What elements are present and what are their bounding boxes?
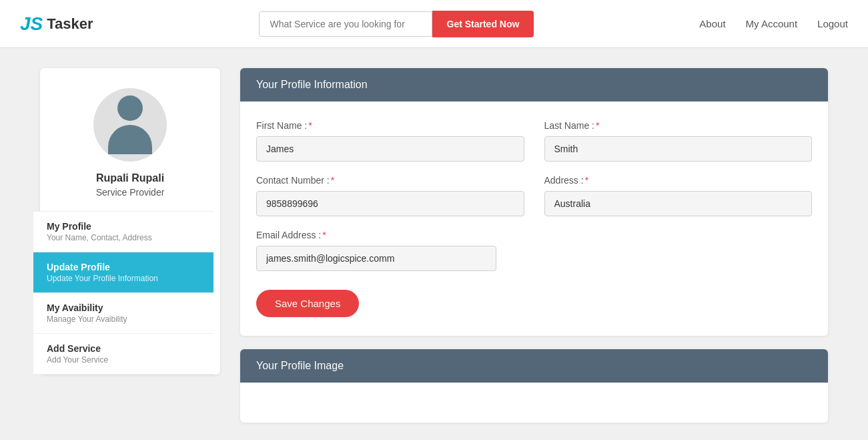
content-area: Your Profile Information First Name :* L… <box>240 68 828 423</box>
profile-image-header: Your Profile Image <box>240 349 828 383</box>
menu-title: My Profile <box>47 221 200 232</box>
logo-icon: JS <box>20 13 43 35</box>
profile-card: Rupali Rupali Service Provider My Profil… <box>40 68 220 375</box>
menu-sub: Manage Your Avaibility <box>47 314 200 324</box>
profile-image-body <box>240 383 828 423</box>
sidebar-item-my-profile[interactable]: My Profile Your Name, Contact, Address <box>33 212 213 252</box>
nav-links: About My Account Logout <box>699 18 848 29</box>
about-link[interactable]: About <box>699 18 725 29</box>
last-name-label: Last Name :* <box>544 120 813 131</box>
avatar-head <box>117 95 143 121</box>
logo-area: JS Tasker <box>20 13 93 35</box>
last-name-group: Last Name :* <box>544 120 813 162</box>
address-input[interactable] <box>544 191 813 216</box>
sidebar-item-availability[interactable]: My Avaibility Manage Your Avaibility <box>33 293 213 334</box>
profile-name: Rupali Rupali <box>96 172 164 184</box>
contact-input[interactable] <box>256 191 524 216</box>
get-started-button[interactable]: Get Started Now <box>432 11 534 37</box>
menu-sub: Your Name, Contact, Address <box>47 233 200 242</box>
sidebar-item-add-service[interactable]: Add Service Add Your Service <box>33 334 213 375</box>
search-area: Get Started Now <box>259 11 534 37</box>
required-star: * <box>308 120 312 131</box>
profile-info-card: Your Profile Information First Name :* L… <box>240 68 828 336</box>
main-content: Rupali Rupali Service Provider My Profil… <box>0 48 868 440</box>
first-name-label: First Name :* <box>256 120 524 131</box>
avatar-icon <box>108 95 152 154</box>
menu-title: My Avaibility <box>47 302 200 313</box>
logo-text: Tasker <box>47 15 93 33</box>
contact-group: Contact Number :* <box>256 175 524 216</box>
email-row: Email Address :* <box>256 230 812 271</box>
name-row: First Name :* Last Name :* <box>256 120 812 162</box>
required-star: * <box>331 175 334 186</box>
email-input[interactable] <box>256 246 496 271</box>
menu-sub: Add Your Service <box>47 355 200 365</box>
sidebar: Rupali Rupali Service Provider My Profil… <box>40 68 220 423</box>
required-star: * <box>322 230 326 240</box>
email-group: Email Address :* <box>256 230 524 271</box>
first-name-input[interactable] <box>256 136 524 162</box>
address-label: Address :* <box>544 175 813 186</box>
address-group: Address :* <box>544 175 813 216</box>
sidebar-item-update-profile[interactable]: Update Profile Update Your Profile Infor… <box>33 252 213 293</box>
contact-address-row: Contact Number :* Address :* <box>256 175 812 216</box>
menu-title: Update Profile <box>47 262 200 272</box>
sidebar-menu: My Profile Your Name, Contact, Address U… <box>33 211 213 375</box>
contact-label: Contact Number :* <box>256 175 524 186</box>
profile-role: Service Provider <box>96 187 165 198</box>
profile-info-header: Your Profile Information <box>240 68 828 101</box>
required-star: * <box>585 175 588 186</box>
empty-group <box>544 230 813 271</box>
save-changes-button[interactable]: Save Changes <box>256 290 359 317</box>
profile-image-card: Your Profile Image <box>240 349 828 423</box>
header: JS Tasker Get Started Now About My Accou… <box>0 0 868 48</box>
menu-sub: Update Your Profile Information <box>47 274 200 283</box>
avatar-body <box>108 125 152 154</box>
first-name-group: First Name :* <box>256 120 524 162</box>
logout-link[interactable]: Logout <box>817 18 848 29</box>
my-account-link[interactable]: My Account <box>746 18 798 29</box>
avatar <box>93 88 167 162</box>
required-star: * <box>596 120 599 131</box>
email-label: Email Address :* <box>256 230 524 240</box>
menu-title: Add Service <box>47 343 200 354</box>
profile-info-body: First Name :* Last Name :* Cont <box>240 101 828 336</box>
search-input[interactable] <box>259 11 432 37</box>
last-name-input[interactable] <box>544 136 813 162</box>
